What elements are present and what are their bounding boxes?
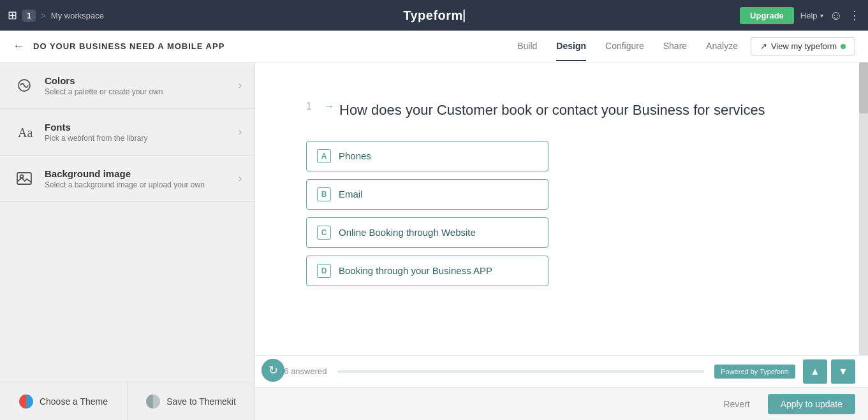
progress-bar-background (337, 370, 705, 373)
option-b[interactable]: B Email (306, 179, 548, 210)
nav-bar: ← DO YOUR BUSINESS NEED A MOBILE APP Bui… (0, 31, 868, 62)
question-text: How does your Customer book or contact y… (339, 101, 765, 120)
option-d[interactable]: D Booking through your Business APP (306, 256, 548, 286)
tab-analyze[interactable]: Analyze (706, 32, 738, 61)
workspace-label[interactable]: My workspace (51, 11, 104, 20)
sidebar-fonts-text: Fonts Pick a webfont from the library (45, 122, 239, 143)
question-header: 1 → How does your Customer book or conta… (306, 101, 817, 120)
powered-by-badge: Powered by Typeform (714, 365, 795, 379)
more-button[interactable]: ⋮ (849, 8, 860, 22)
tab-share[interactable]: Share (663, 32, 687, 61)
sidebar-fonts-desc: Pick a webfont from the library (45, 134, 239, 143)
sidebar-colors-label: Colors (45, 75, 239, 86)
content-area: 1 → How does your Customer book or conta… (255, 62, 868, 420)
form-inner: 1 → How does your Customer book or conta… (255, 62, 868, 324)
sidebar: Colors Select a palette or create your o… (0, 62, 255, 420)
option-c-key: C (317, 226, 331, 240)
sidebar-item-background[interactable]: Background image Select a background ima… (0, 156, 254, 202)
tab-configure[interactable]: Configure (605, 32, 644, 61)
background-icon (13, 167, 36, 190)
status-dot (841, 44, 846, 49)
option-a[interactable]: A Phones (306, 141, 548, 171)
scroll-thumb[interactable] (859, 62, 868, 113)
tab-design[interactable]: Design (556, 32, 586, 61)
nav-arrows: ▲ ▼ (803, 359, 855, 384)
scroll-track[interactable] (859, 62, 868, 355)
smiley-icon[interactable]: ☺ (830, 8, 842, 23)
sidebar-item-fonts[interactable]: Aa Fonts Pick a webfont from the library… (0, 109, 254, 156)
sidebar-item-colors[interactable]: Colors Select a palette or create your o… (0, 62, 254, 109)
grid-icon[interactable]: ⊞ (8, 8, 17, 22)
top-bar-right: Upgrade Help ▾ ☺ ⋮ (740, 7, 860, 24)
view-typeform-button[interactable]: ↗ View my typeform (751, 37, 855, 55)
sidebar-background-desc: Select a background image or upload your… (45, 180, 239, 189)
sidebar-fonts-label: Fonts (45, 122, 239, 133)
choose-theme-button[interactable]: Choose a Theme (0, 382, 128, 420)
bottom-action-bar: Revert Apply to update (255, 387, 868, 420)
prev-arrow-button[interactable]: ▲ (803, 359, 827, 384)
colors-icon (13, 74, 36, 97)
next-arrow-button[interactable]: ▼ (831, 359, 855, 384)
save-to-themekit-button[interactable]: Save to Themekit (128, 382, 254, 420)
refresh-button[interactable]: ↻ (261, 359, 284, 382)
question-arrow-icon: → (324, 101, 334, 112)
top-bar-left: ⊞ 1 > My workspace (8, 8, 104, 22)
sidebar-background-arrow: › (239, 173, 242, 184)
option-b-label: Email (339, 189, 363, 199)
form-bottom-bar: 0 of 6 answered Powered by Typeform ▲ ▼ (255, 355, 868, 387)
form-title: DO YOUR BUSINESS NEED A MOBILE APP (33, 41, 517, 51)
option-c[interactable]: C Online Booking through Website (306, 217, 548, 248)
app-name: Typeform (403, 8, 465, 23)
upgrade-button[interactable]: Upgrade (740, 7, 794, 24)
main-layout: Colors Select a palette or create your o… (0, 62, 868, 420)
sidebar-bottom: Choose a Theme Save to Themekit (0, 382, 254, 420)
back-button[interactable]: ← (13, 40, 24, 53)
sidebar-colors-desc: Select a palette or create your own (45, 87, 239, 96)
form-container: 1 → How does your Customer book or conta… (255, 62, 868, 355)
sidebar-background-label: Background image (45, 168, 239, 179)
option-a-label: Phones (339, 150, 371, 161)
option-c-label: Online Booking through Website (339, 227, 476, 238)
option-a-key: A (317, 149, 331, 163)
option-d-label: Booking through your Business APP (339, 265, 492, 276)
question-number: 1 (306, 101, 319, 112)
options-list: A Phones B Email C Online Booking throug… (306, 141, 548, 286)
top-bar: ⊞ 1 > My workspace Typeform Upgrade Help… (0, 0, 868, 31)
option-d-key: D (317, 264, 331, 278)
workspace-number[interactable]: 1 (22, 10, 36, 22)
save-swatch-icon (146, 395, 160, 409)
tab-build[interactable]: Build (517, 32, 537, 61)
chevron-down-icon: ▾ (820, 12, 823, 19)
sidebar-colors-arrow: › (239, 80, 242, 91)
sidebar-fonts-arrow: › (239, 126, 242, 138)
option-b-key: B (317, 187, 331, 201)
breadcrumb-separator: > (41, 11, 46, 20)
help-button[interactable]: Help ▾ (800, 11, 823, 20)
fonts-icon: Aa (13, 120, 36, 143)
revert-button[interactable]: Revert (713, 394, 760, 414)
svg-text:Aa: Aa (18, 126, 33, 140)
external-link-icon: ↗ (760, 41, 767, 51)
nav-tabs: Build Design Configure Share Analyze (517, 32, 738, 61)
apply-button[interactable]: Apply to update (768, 394, 855, 414)
theme-swatch-icon (19, 395, 33, 409)
sidebar-colors-text: Colors Select a palette or create your o… (45, 75, 239, 96)
svg-rect-2 (17, 173, 31, 184)
sidebar-background-text: Background image Select a background ima… (45, 168, 239, 189)
